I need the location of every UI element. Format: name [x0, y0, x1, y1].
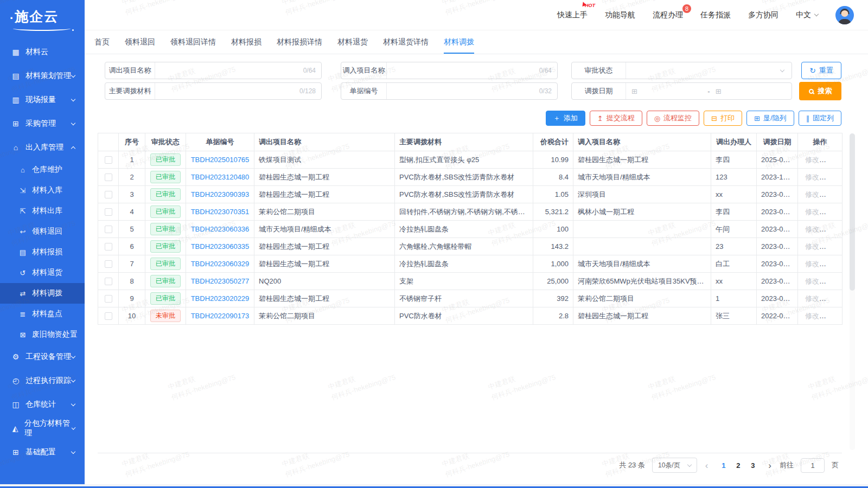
- nav-feature-nav[interactable]: 功能导航: [605, 10, 635, 20]
- edit-link[interactable]: 修改: [805, 225, 819, 233]
- sidebar-item-material-damage[interactable]: ▤材料报损: [0, 242, 85, 262]
- order-no-link[interactable]: TBDH2023090393: [191, 190, 250, 198]
- delete-link[interactable]: 删除: [825, 312, 839, 320]
- prev-page-button[interactable]: ‹: [704, 461, 710, 470]
- transfer-date-start-input[interactable]: ⊞: [631, 83, 702, 99]
- delete-link[interactable]: 删除: [825, 242, 839, 251]
- delete-link[interactable]: 删除: [825, 208, 839, 216]
- delete-link[interactable]: 删除: [825, 173, 839, 181]
- sidebar-item-base-config[interactable]: ⊞基础配置: [0, 440, 85, 464]
- edit-link[interactable]: 修改: [805, 242, 819, 251]
- transfer-date-end-input[interactable]: ⊞: [716, 83, 786, 99]
- flow-monitor-button[interactable]: ◎流程监控: [647, 111, 699, 126]
- row-checkbox[interactable]: [105, 312, 112, 320]
- tab-material-damage-detail[interactable]: 材料报损详情: [277, 30, 322, 54]
- sidebar-item-process-tracking[interactable]: ◴过程执行跟踪: [0, 369, 85, 393]
- sidebar-item-material-out[interactable]: ⇱材料出库: [0, 201, 85, 221]
- order-no-link[interactable]: TBDH2023060335: [191, 242, 250, 251]
- tab-pick-return-detail[interactable]: 领料退回详情: [170, 30, 216, 54]
- edit-link[interactable]: 修改: [805, 156, 819, 164]
- sidebar-item-scrap-disposal[interactable]: ⊠废旧物资处置: [0, 324, 85, 345]
- sidebar-item-warehouse-io[interactable]: ⌂出入库管理: [0, 136, 85, 159]
- sidebar-item-material-stocktake[interactable]: ≣材料盘点: [0, 304, 85, 324]
- nav-multi-collab[interactable]: 多方协同: [748, 10, 778, 20]
- sidebar-item-pick-return[interactable]: ↩领料退回: [0, 221, 85, 242]
- order-no-link[interactable]: TBDH2023060336: [191, 225, 250, 233]
- sidebar-item-material-transfer[interactable]: ⇄材料调拨: [0, 283, 85, 304]
- delete-link[interactable]: 删除: [825, 190, 839, 198]
- sidebar-item-procurement[interactable]: ⊞采购管理: [0, 112, 85, 136]
- row-checkbox[interactable]: [105, 208, 112, 216]
- tab-home[interactable]: 首页: [94, 30, 110, 54]
- main-materials-input[interactable]: [155, 87, 299, 95]
- order-no-link[interactable]: TBDH2025010765: [191, 156, 250, 164]
- row-checkbox[interactable]: [105, 278, 112, 285]
- order-no-link[interactable]: TBDH2022090173: [191, 312, 250, 320]
- tab-pick-return[interactable]: 领料退回: [125, 30, 155, 54]
- scrollbar-thumb[interactable]: [850, 133, 855, 291]
- delete-link[interactable]: 删除: [825, 225, 839, 233]
- order-no-link[interactable]: TBDH2023050277: [191, 277, 250, 285]
- page-1[interactable]: 1: [716, 461, 731, 470]
- sidebar-item-site-report[interactable]: ▥现场报量: [0, 88, 85, 112]
- row-checkbox[interactable]: [105, 295, 112, 303]
- edit-link[interactable]: 修改: [805, 277, 819, 285]
- sidebar-item-warehouse-maintain[interactable]: ⌂仓库维护: [0, 159, 85, 180]
- tab-material-return[interactable]: 材料退货: [337, 30, 368, 54]
- delete-link[interactable]: 删除: [825, 277, 839, 285]
- goto-page-input[interactable]: [801, 458, 825, 473]
- tab-material-transfer[interactable]: 材料调拨: [444, 30, 474, 54]
- page-size-select[interactable]: 10条/页: [652, 458, 697, 473]
- sidebar-item-equipment-mgmt[interactable]: ⚙工程设备管理: [0, 345, 85, 369]
- in-project-name-input[interactable]: [387, 67, 539, 75]
- language-selector[interactable]: 中文: [796, 10, 818, 20]
- edit-link[interactable]: 修改: [805, 190, 819, 198]
- edit-link[interactable]: 修改: [805, 173, 819, 181]
- nav-quick-start[interactable]: 快速上手HOT: [557, 10, 588, 20]
- tab-material-damage[interactable]: 材料报损: [231, 30, 261, 54]
- delete-link[interactable]: 删除: [825, 156, 839, 164]
- page-2[interactable]: 2: [731, 461, 745, 470]
- add-button[interactable]: ＋添加: [546, 111, 585, 126]
- page-3[interactable]: 3: [745, 461, 760, 470]
- order-no-link[interactable]: TBDH2023120480: [191, 173, 250, 181]
- row-checkbox[interactable]: [105, 226, 112, 233]
- order-no-link[interactable]: TBDH2023060329: [191, 260, 250, 268]
- search-button[interactable]: 搜索: [799, 82, 841, 100]
- nav-process-flow[interactable]: 流程办理8: [653, 10, 683, 20]
- sidebar-item-material-cloud[interactable]: ▦材料云: [0, 40, 85, 64]
- row-checkbox[interactable]: [105, 260, 112, 268]
- delete-link[interactable]: 删除: [825, 260, 839, 268]
- edit-link[interactable]: 修改: [805, 312, 819, 320]
- row-checkbox[interactable]: [105, 243, 112, 251]
- row-checkbox[interactable]: [105, 156, 112, 164]
- notification-badge: 8: [682, 4, 691, 13]
- show-hide-columns-button[interactable]: ⊞显/隐列: [746, 111, 794, 126]
- print-button[interactable]: ⊟打印: [704, 111, 742, 126]
- approval-status-select[interactable]: [626, 62, 792, 79]
- edit-link[interactable]: 修改: [805, 294, 819, 303]
- submit-flow-button[interactable]: ↥提交流程: [590, 111, 642, 126]
- sidebar-item-material-planning[interactable]: ▤材料策划管理: [0, 64, 85, 88]
- edit-link[interactable]: 修改: [805, 208, 819, 216]
- order-no-link[interactable]: TBDH2023020229: [191, 294, 250, 303]
- edit-link[interactable]: 修改: [805, 260, 819, 268]
- next-page-button[interactable]: ›: [767, 461, 773, 470]
- nav-task-assign[interactable]: 任务指派: [700, 10, 731, 20]
- index-cell: 3: [119, 186, 145, 203]
- order-no-link[interactable]: TBDH2023070351: [191, 208, 250, 216]
- tab-material-return-detail[interactable]: 材料退货详情: [383, 30, 429, 54]
- fix-columns-button[interactable]: ∥固定列: [799, 111, 842, 126]
- row-checkbox[interactable]: [105, 191, 112, 198]
- sidebar-item-material-in[interactable]: ⇲材料入库: [0, 180, 85, 201]
- row-checkbox[interactable]: [105, 174, 112, 181]
- sidebar-item-material-return-goods[interactable]: ↺材料退货: [0, 262, 85, 283]
- order-no-input[interactable]: [387, 87, 539, 95]
- delete-link[interactable]: 删除: [825, 294, 839, 303]
- app-logo[interactable]: · 施企云: [0, 0, 85, 36]
- out-project-name-input[interactable]: [155, 67, 303, 75]
- sidebar-item-subcontractor-material[interactable]: ◭分包方材料管理: [0, 416, 85, 440]
- sidebar-item-warehouse-stats[interactable]: ◫仓库统计: [0, 393, 85, 416]
- user-avatar[interactable]: [835, 6, 854, 24]
- reset-button[interactable]: ↻ 重置: [801, 62, 841, 79]
